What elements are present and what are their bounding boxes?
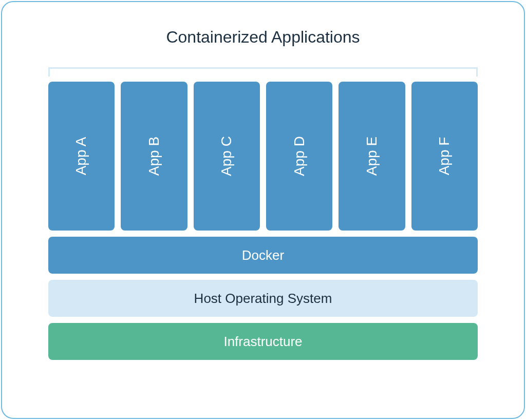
host-os-layer: Host Operating System [48,280,478,317]
app-box-b: App B [121,82,187,231]
apps-bracket [48,67,478,77]
app-label: App E [364,137,380,176]
infrastructure-layer: Infrastructure [48,323,478,360]
apps-row: App A App B App C App D App E App F [48,82,478,231]
diagram-title: Containerized Applications [48,28,478,47]
app-label: App B [146,137,162,176]
app-box-f: App F [411,82,478,231]
app-box-d: App D [266,82,332,231]
app-label: App F [436,137,453,176]
app-label: App D [291,136,308,176]
infrastructure-label: Infrastructure [223,334,302,350]
docker-layer: Docker [48,237,478,274]
app-box-c: App C [194,82,260,231]
app-label: App A [73,137,90,176]
host-os-label: Host Operating System [194,291,332,307]
app-box-a: App A [48,82,115,231]
diagram-container: Containerized Applications App A App B A… [1,1,525,419]
app-label: App C [218,136,235,176]
app-box-e: App E [339,82,405,231]
docker-label: Docker [242,247,284,263]
